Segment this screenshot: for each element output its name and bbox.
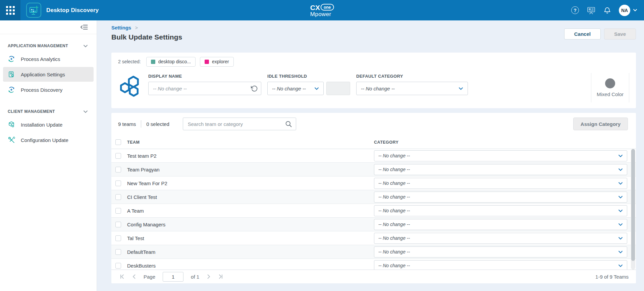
row-checkbox[interactable] (115, 235, 121, 241)
last-page-button[interactable] (217, 274, 223, 279)
category-dropdown[interactable]: -- No change -- (374, 246, 627, 258)
idle-threshold-label: IDLE THRESHOLD (267, 74, 350, 79)
category-dropdown[interactable]: -- No change -- (374, 164, 627, 175)
page-of-label: of 1 (191, 274, 199, 280)
table-row: A Team -- No change -- (111, 204, 636, 218)
breadcrumb-settings[interactable]: Settings (111, 25, 131, 30)
category-dropdown[interactable]: -- No change -- (374, 205, 627, 216)
avatar: NA (619, 5, 630, 16)
chevron-down-icon (314, 87, 319, 90)
save-button[interactable]: Save (604, 28, 636, 40)
category-dropdown[interactable]: -- No change -- (374, 260, 627, 270)
sidebar-item-process-discovery[interactable]: Process Discovery (3, 82, 94, 97)
row-checkbox[interactable] (115, 167, 121, 172)
chevron-down-icon (618, 250, 623, 253)
default-category-dropdown[interactable]: -- No change -- (356, 82, 468, 95)
row-checkbox[interactable] (115, 249, 121, 255)
reset-display-name-button[interactable] (251, 85, 258, 92)
mixed-color-control[interactable]: Mixed Color (591, 78, 629, 97)
undo-icon (251, 85, 258, 92)
row-checkbox[interactable] (115, 263, 121, 269)
assign-category-button[interactable]: Assign Category (573, 118, 628, 130)
previous-page-icon (131, 274, 137, 279)
last-page-icon (217, 274, 223, 279)
whats-new-button[interactable] (587, 6, 596, 14)
table-row: Team Pragyan -- No change -- (111, 163, 636, 176)
first-page-button[interactable] (120, 274, 125, 279)
team-name: DeskBusters (127, 263, 156, 269)
chevron-down-icon (633, 9, 637, 12)
results-range-label: 1-9 of 9 Teams (595, 274, 629, 280)
team-name: A Team (127, 208, 144, 214)
notifications-button[interactable] (603, 6, 611, 14)
row-checkbox[interactable] (115, 180, 121, 186)
app-title: Desktop Discovery (46, 7, 99, 14)
selected-app-chip[interactable]: desktop disco... (146, 57, 196, 67)
category-dropdown[interactable]: -- No change -- (374, 219, 627, 230)
chevron-down-icon (618, 209, 623, 212)
collapse-sidebar-button[interactable] (80, 24, 88, 30)
chevron-down-icon (83, 110, 88, 113)
sidebar-item-label: Process Discovery (21, 87, 62, 93)
sidebar-item-installation-update[interactable]: Installation Update (3, 117, 94, 132)
sidebar-section-application-management[interactable]: APPLICATION MANAGEMENT (0, 44, 97, 48)
category-dropdown[interactable]: -- No change -- (374, 233, 627, 244)
team-column-header: TEAM (127, 140, 140, 145)
selected-app-chip[interactable]: explorer (200, 57, 234, 67)
sidebar-item-application-settings[interactable]: Application Settings (3, 67, 94, 82)
table-header: TEAM CATEGORY (111, 136, 636, 149)
display-name-input[interactable] (148, 82, 261, 95)
bell-icon (603, 6, 611, 14)
sidebar-item-label: Installation Update (21, 122, 62, 128)
sidebar-section-client-management[interactable]: CLIENT MANAGEMENT (0, 109, 97, 114)
chevron-down-icon (618, 196, 623, 199)
category-dropdown[interactable]: -- No change -- (374, 178, 627, 189)
bulk-edit-card: 2 selected: desktop disco... explorer DI… (111, 53, 636, 108)
row-checkbox[interactable] (115, 194, 121, 200)
sidebar-item-configuration-update[interactable]: Configuration Update (3, 133, 94, 147)
chevron-down-icon (618, 154, 623, 157)
row-checkbox[interactable] (115, 153, 121, 159)
team-name: Tal Test (127, 235, 144, 241)
chevron-down-icon (459, 87, 463, 90)
previous-page-button[interactable] (131, 274, 137, 279)
team-name: DefaultTeam (127, 249, 155, 255)
team-name: New Team For P2 (127, 180, 167, 186)
configuration-update-icon (8, 136, 15, 144)
app-launcher-button[interactable] (0, 0, 20, 20)
row-checkbox[interactable] (115, 208, 121, 214)
mixed-color-swatch[interactable] (605, 78, 615, 88)
app-color-swatch (205, 60, 209, 64)
table-row: Test team P2 -- No change -- (111, 149, 636, 163)
team-name: Team Pragyan (127, 167, 160, 172)
table-row: New Team For P2 -- No change -- (111, 176, 636, 190)
row-checkbox[interactable] (115, 222, 121, 227)
application-hexagons-icon (119, 75, 141, 99)
vertical-scrollbar[interactable] (631, 149, 635, 270)
table-row: CI Client Test -- No change -- (111, 190, 636, 204)
app-color-swatch (151, 60, 155, 64)
category-dropdown[interactable]: -- No change -- (374, 150, 627, 161)
search-button[interactable] (285, 121, 292, 128)
chip-label: explorer (212, 59, 229, 64)
cancel-button[interactable]: Cancel (564, 28, 601, 40)
logo-mpower: Mpower (310, 11, 334, 17)
sidebar-item-process-analytics[interactable]: Process Analytics (3, 52, 94, 66)
help-button[interactable]: ? (571, 6, 579, 14)
select-all-checkbox[interactable] (115, 139, 121, 145)
sidebar: APPLICATION MANAGEMENT Process Analytics (0, 20, 97, 291)
idle-threshold-dropdown[interactable]: -- No change -- (267, 82, 324, 95)
first-page-icon (120, 274, 125, 279)
chevron-down-icon (618, 182, 623, 185)
search-input[interactable] (183, 118, 296, 130)
next-page-button[interactable] (206, 274, 211, 279)
user-menu[interactable]: NA (619, 5, 637, 16)
presentation-screen-icon (587, 6, 596, 14)
scrollbar-thumb[interactable] (631, 149, 635, 261)
chevron-down-icon (618, 168, 623, 171)
team-name: Config Managers (127, 222, 165, 227)
page-number-input[interactable] (163, 272, 183, 282)
category-dropdown[interactable]: -- No change -- (374, 192, 627, 203)
next-page-icon (206, 274, 211, 279)
waffle-icon (6, 6, 15, 15)
